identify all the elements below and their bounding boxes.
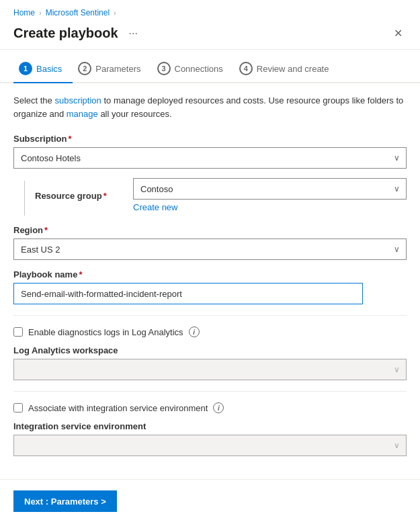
integration-service-select-wrapper: ∨ — [13, 435, 407, 456]
integration-label[interactable]: Associate with integration service envir… — [28, 403, 208, 413]
close-button[interactable]: ✕ — [390, 26, 407, 41]
integration-checkbox-row: Associate with integration service envir… — [13, 402, 407, 413]
diagnostics-checkbox[interactable] — [13, 327, 23, 337]
subscription-link[interactable]: subscription — [54, 95, 101, 105]
tab-review-circle: 4 — [239, 62, 253, 75]
playbook-name-row: Playbook name * — [13, 269, 407, 304]
log-analytics-select-wrapper: ∨ — [13, 359, 407, 380]
wizard-tabs: 1 Basics 2 Parameters 3 Connections 4 Re… — [0, 50, 420, 83]
tab-connections[interactable]: 3 Connections — [152, 56, 234, 83]
panel-header: Create playbook ··· ✕ — [0, 23, 420, 50]
resource-group-select[interactable]: Contoso — [133, 178, 407, 200]
breadcrumb-sep2: › — [114, 9, 116, 17]
playbook-name-required: * — [79, 269, 82, 279]
tab-review-label: Review and create — [257, 64, 329, 74]
diagnostics-info-icon[interactable]: i — [189, 327, 200, 337]
region-row: Region * East US 2 ∨ — [13, 225, 407, 260]
subscription-required: * — [68, 134, 71, 144]
tab-basics-circle: 1 — [19, 62, 32, 75]
playbook-name-input[interactable] — [13, 283, 363, 304]
integration-checkbox[interactable] — [13, 403, 23, 413]
integration-service-row: Integration service environment ∨ — [13, 421, 407, 456]
subscription-select[interactable]: Contoso Hotels — [13, 147, 407, 169]
indent-line — [24, 181, 25, 216]
breadcrumb: Home › Microsoft Sentinel › — [0, 0, 420, 23]
subscription-select-wrapper: Contoso Hotels ∨ — [13, 147, 407, 169]
integration-service-select[interactable] — [13, 435, 407, 456]
panel-title-row: Create playbook ··· — [13, 26, 142, 41]
log-analytics-row: Log Analytics workspace ∨ — [13, 345, 407, 380]
breadcrumb-sentinel[interactable]: Microsoft Sentinel — [46, 8, 110, 17]
playbook-name-label: Playbook name * — [13, 269, 407, 279]
indent-container — [13, 178, 35, 216]
manage-link[interactable]: manage — [67, 109, 98, 119]
tab-basics[interactable]: 1 Basics — [13, 56, 73, 83]
diagnostics-checkbox-row: Enable diagnostics logs in Log Analytics… — [13, 327, 407, 337]
region-label: Region * — [13, 225, 407, 235]
main-content: Select the subscription to manage deploy… — [0, 83, 420, 479]
breadcrumb-sep1: › — [39, 9, 42, 17]
resource-group-section: Resource group * Contoso ∨ Create new — [13, 178, 407, 216]
resource-group-required: * — [103, 191, 107, 201]
footer-actions: Next : Parameters > — [0, 479, 420, 520]
log-analytics-label: Log Analytics workspace — [13, 345, 407, 355]
ellipsis-button[interactable]: ··· — [125, 26, 142, 41]
log-analytics-select[interactable] — [13, 359, 407, 380]
breadcrumb-home[interactable]: Home — [13, 8, 35, 17]
resource-group-select-wrapper: Contoso ∨ — [133, 178, 407, 200]
resource-group-row-inner: Resource group * Contoso ∨ Create new — [35, 178, 407, 212]
tab-parameters-circle: 2 — [78, 62, 91, 75]
tab-basics-label: Basics — [36, 64, 62, 74]
next-button[interactable]: Next : Parameters > — [13, 490, 117, 512]
divider-2 — [13, 391, 407, 392]
tab-parameters-label: Parameters — [95, 64, 140, 74]
tab-parameters[interactable]: 2 Parameters — [73, 56, 151, 83]
diagnostics-label[interactable]: Enable diagnostics logs in Log Analytics — [28, 327, 183, 337]
divider-1 — [13, 315, 407, 316]
resource-group-select-area: Contoso ∨ Create new — [133, 178, 407, 212]
tab-review[interactable]: 4 Review and create — [234, 56, 340, 83]
region-select-wrapper: East US 2 ∨ — [13, 239, 407, 260]
integration-info-icon[interactable]: i — [213, 402, 224, 413]
resource-group-content: Resource group * Contoso ∨ Create new — [35, 178, 407, 212]
region-required: * — [44, 225, 48, 235]
create-new-link[interactable]: Create new — [133, 202, 407, 212]
subscription-row: Subscription * Contoso Hotels ∨ — [13, 134, 407, 169]
region-select[interactable]: East US 2 — [13, 239, 407, 260]
tab-connections-label: Connections — [175, 64, 223, 74]
description-text: Select the subscription to manage deploy… — [13, 94, 407, 120]
subscription-label: Subscription * — [13, 134, 407, 144]
resource-group-label: Resource group * — [35, 186, 122, 201]
integration-service-label: Integration service environment — [13, 421, 407, 431]
page-title: Create playbook — [13, 26, 118, 41]
tab-connections-circle: 3 — [157, 62, 171, 75]
